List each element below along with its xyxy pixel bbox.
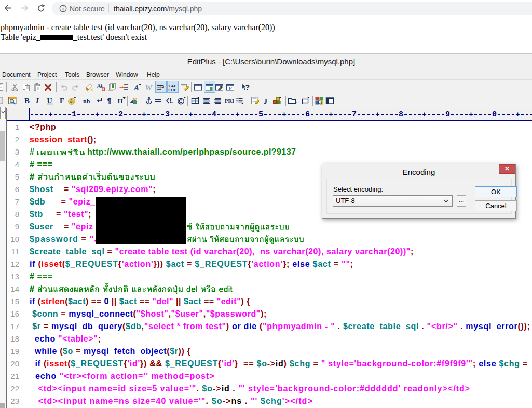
svg-text:CD: CD [171,88,177,92]
svg-text:I: I [35,97,39,105]
svg-text:B: B [24,97,30,105]
svg-text:H: H [117,97,122,105]
svg-text:PRE: PRE [225,98,234,104]
svg-text:F: F [60,97,64,105]
svg-text:U: U [47,97,52,105]
svg-text:F: F [228,85,232,91]
svg-text:?: ? [245,83,250,91]
svg-text:2: 2 [168,88,171,92]
svg-text:nb: nb [83,98,90,105]
svg-text:A: A [97,83,101,90]
svg-text:A: A [133,84,139,92]
svg-text:J: J [264,98,267,105]
svg-text:¶: ¶ [107,97,112,105]
svg-text:B: B [102,86,106,92]
svg-text:W: W [145,84,153,92]
